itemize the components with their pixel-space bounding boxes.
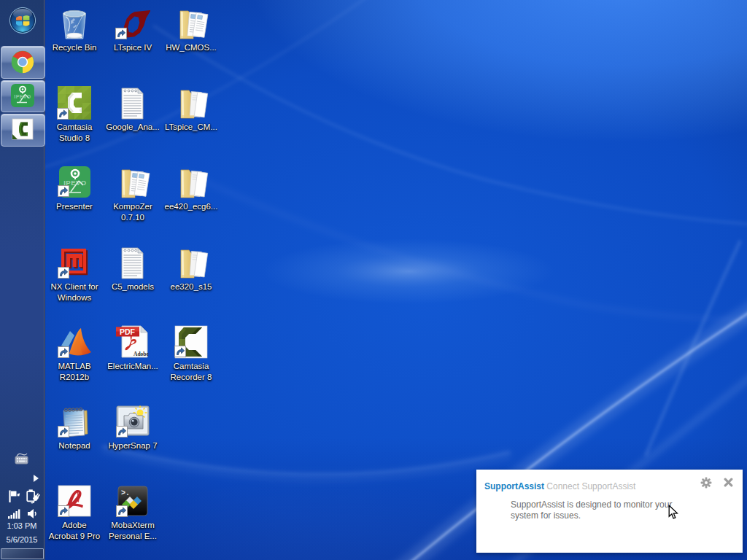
- svg-text:Adobe: Adobe: [133, 351, 150, 357]
- svg-text:>.: >.: [121, 489, 130, 497]
- svg-text:PDF: PDF: [120, 327, 136, 336]
